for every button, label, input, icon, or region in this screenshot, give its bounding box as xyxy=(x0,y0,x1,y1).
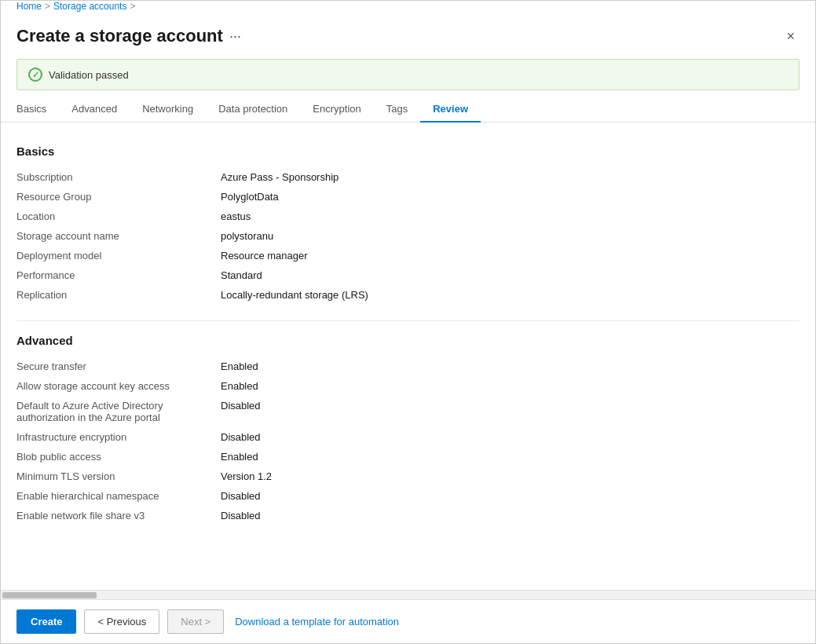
section-basics-title: Basics xyxy=(16,145,800,158)
row-label: Allow storage account key access xyxy=(16,376,221,396)
table-row: Enable hierarchical namespaceDisabled xyxy=(16,486,800,506)
row-value: Enabled xyxy=(221,447,800,467)
bottom-bar: Create < Previous Next > Download a temp… xyxy=(1,599,815,643)
section-divider xyxy=(16,320,800,321)
row-value: Disabled xyxy=(221,427,800,447)
row-label: Replication xyxy=(16,285,221,305)
row-value: Disabled xyxy=(221,506,800,525)
breadcrumb: Home > Storage accounts > xyxy=(1,1,815,16)
breadcrumb-storage-accounts[interactable]: Storage accounts xyxy=(53,1,126,12)
row-value: Enabled xyxy=(221,357,800,376)
row-label: Deployment model xyxy=(16,246,221,265)
table-row: Minimum TLS versionVersion 1.2 xyxy=(16,467,800,486)
row-value: eastus xyxy=(221,207,800,226)
table-row: Enable network file share v3Disabled xyxy=(16,506,800,525)
row-label: Subscription xyxy=(16,167,221,187)
table-row: Allow storage account key accessEnabled xyxy=(16,376,800,396)
validation-banner: Validation passed xyxy=(16,59,800,90)
row-value: Enabled xyxy=(221,376,800,396)
table-row: Blob public accessEnabled xyxy=(16,447,800,467)
row-label: Resource Group xyxy=(16,187,221,207)
table-row: Infrastructure encryptionDisabled xyxy=(16,427,800,447)
tab-basics[interactable]: Basics xyxy=(16,97,59,123)
tab-advanced[interactable]: Advanced xyxy=(59,97,130,123)
breadcrumb-sep1: > xyxy=(45,1,50,12)
create-button[interactable]: Create xyxy=(16,609,76,634)
scrollbar-track xyxy=(2,592,814,598)
row-label: Default to Azure Active Directory author… xyxy=(16,396,221,427)
row-value: Disabled xyxy=(221,486,800,506)
previous-button[interactable]: < Previous xyxy=(84,609,159,634)
advanced-table: Secure transferEnabledAllow storage acco… xyxy=(16,357,800,525)
scrollbar-thumb[interactable] xyxy=(2,592,97,598)
row-label: Performance xyxy=(16,265,221,285)
row-value: Resource manager xyxy=(221,246,800,265)
tab-data-protection[interactable]: Data protection xyxy=(206,97,300,123)
row-label: Storage account name xyxy=(16,226,221,246)
row-value: Locally-redundant storage (LRS) xyxy=(221,285,800,305)
row-value: PolyglotData xyxy=(221,187,800,207)
row-value: Disabled xyxy=(221,396,800,427)
row-value: Azure Pass - Sponsorship xyxy=(221,167,800,187)
row-label: Location xyxy=(16,207,221,226)
tab-tags[interactable]: Tags xyxy=(374,97,420,123)
title-bar: Create a storage account ··· × xyxy=(1,16,815,53)
section-advanced: Advanced Secure transferEnabledAllow sto… xyxy=(16,334,800,525)
section-advanced-title: Advanced xyxy=(16,334,800,347)
row-label: Enable network file share v3 xyxy=(16,506,221,525)
row-value: polystoranu xyxy=(221,226,800,246)
table-row: Storage account namepolystoranu xyxy=(16,226,800,246)
tab-networking[interactable]: Networking xyxy=(130,97,206,123)
row-value: Version 1.2 xyxy=(221,467,800,486)
row-label: Secure transfer xyxy=(16,357,221,376)
table-row: ReplicationLocally-redundant storage (LR… xyxy=(16,285,800,305)
basics-table: SubscriptionAzure Pass - SponsorshipReso… xyxy=(16,167,800,305)
row-value: Standard xyxy=(221,265,800,285)
table-row: Locationeastus xyxy=(16,207,800,226)
table-row: SubscriptionAzure Pass - Sponsorship xyxy=(16,167,800,187)
tabs-bar: Basics Advanced Networking Data protecti… xyxy=(1,97,815,123)
horizontal-scrollbar[interactable] xyxy=(1,590,815,599)
row-label: Minimum TLS version xyxy=(16,467,221,486)
table-row: Deployment modelResource manager xyxy=(16,246,800,265)
row-label: Infrastructure encryption xyxy=(16,427,221,447)
create-storage-window: Home > Storage accounts > Create a stora… xyxy=(0,0,816,644)
more-options-button[interactable]: ··· xyxy=(229,28,241,45)
next-button: Next > xyxy=(167,609,224,634)
page-title: Create a storage account xyxy=(16,26,223,46)
table-row: PerformanceStandard xyxy=(16,265,800,285)
table-row: Default to Azure Active Directory author… xyxy=(16,396,800,427)
table-row: Secure transferEnabled xyxy=(16,357,800,376)
breadcrumb-sep2: > xyxy=(130,1,135,12)
tab-encryption[interactable]: Encryption xyxy=(300,97,373,123)
title-bar-left: Create a storage account ··· xyxy=(16,26,241,46)
validation-check-icon xyxy=(28,68,42,82)
row-label: Blob public access xyxy=(16,447,221,467)
tab-review[interactable]: Review xyxy=(420,97,481,123)
breadcrumb-home[interactable]: Home xyxy=(16,1,42,12)
close-button[interactable]: × xyxy=(781,27,800,46)
section-basics: Basics SubscriptionAzure Pass - Sponsors… xyxy=(16,145,800,305)
row-label: Enable hierarchical namespace xyxy=(16,486,221,506)
validation-text: Validation passed xyxy=(49,69,129,81)
content-area: Basics SubscriptionAzure Pass - Sponsors… xyxy=(1,123,815,590)
table-row: Resource GroupPolyglotData xyxy=(16,187,800,207)
scroll-pane[interactable]: Basics SubscriptionAzure Pass - Sponsors… xyxy=(1,123,815,590)
download-template-link[interactable]: Download a template for automation xyxy=(235,616,399,628)
